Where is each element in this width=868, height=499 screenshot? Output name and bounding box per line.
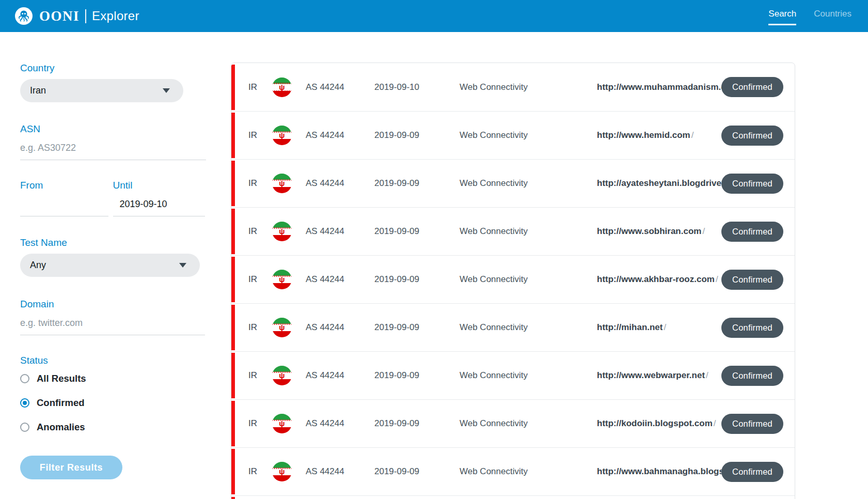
measured-url[interactable]: http://ayatesheytani.blogdrive.c... /: [597, 178, 721, 189]
test-name-value: Web Connectivity: [460, 82, 551, 92]
measured-url[interactable]: http://www.sobhiran.com /: [597, 226, 721, 237]
from-date-column: From: [20, 180, 108, 216]
measurement-row[interactable]: IR AS 44244 2019-09-09 Web Connectivity …: [231, 159, 795, 207]
status-radio-confirmed[interactable]: Confirmed: [20, 397, 205, 409]
url-trailing-slash: /: [664, 322, 666, 333]
test-name-value: Web Connectivity: [460, 226, 551, 237]
iran-flag-icon: [272, 77, 292, 97]
measured-url[interactable]: http://www.muhammadanism.com /: [597, 82, 721, 92]
chevron-down-icon: [163, 88, 170, 93]
nav-countries[interactable]: Countries: [814, 9, 851, 25]
iran-flag-icon: [272, 318, 292, 337]
url-text: http://www.muhammadanism.com: [597, 82, 739, 92]
iran-flag-icon: [272, 174, 292, 193]
brand-product: Explorer: [92, 10, 139, 22]
country-select[interactable]: Iran: [20, 79, 183, 102]
url-trailing-slash: /: [714, 418, 716, 429]
country-filter-section: Country Iran: [20, 63, 205, 102]
status-badge: Confirmed: [721, 77, 783, 97]
url-trailing-slash: /: [702, 226, 705, 237]
status-radio-all-results[interactable]: All Results: [20, 373, 205, 384]
url-trailing-slash: /: [706, 370, 708, 381]
status-filter-section: Status All Results Confirmed Anomalies: [20, 355, 205, 433]
asn-value: AS 44244: [306, 322, 355, 333]
filter-results-button[interactable]: Filter Results: [20, 456, 122, 479]
until-date-input[interactable]: [113, 196, 205, 216]
country-code: IR: [248, 82, 267, 92]
iran-flag-icon: [272, 126, 292, 145]
test-name-label: Test Name: [20, 237, 205, 248]
asn-value: AS 44244: [306, 130, 355, 141]
measurement-row[interactable]: IR AS 44244 2019-09-09 Web Connectivity …: [231, 351, 795, 399]
measurement-row[interactable]: IR AS 44244 2019-09-09 Web Connectivity …: [231, 447, 795, 495]
measurement-row[interactable]: IR AS 44244 2019-09-09 Web Connectivity …: [231, 399, 795, 447]
asn-label: ASN: [20, 123, 205, 135]
asn-value: AS 44244: [306, 274, 355, 285]
measurement-date: 2019-09-10: [374, 82, 429, 92]
domain-input[interactable]: [20, 315, 205, 335]
measurement-row[interactable]: IR AS 44244 2019-09-09 Web Connectivity …: [231, 111, 795, 159]
measured-url[interactable]: http://mihan.net /: [597, 322, 721, 333]
iran-flag-icon: [272, 222, 292, 241]
radio-selected-icon: [20, 398, 29, 408]
url-text: http://www.sobhiran.com: [597, 226, 701, 237]
status-badge: Confirmed: [721, 318, 783, 338]
test-name-value: Web Connectivity: [460, 418, 551, 429]
country-code: IR: [248, 130, 267, 141]
test-name-select-value: Any: [30, 260, 46, 271]
from-label: From: [20, 180, 108, 191]
measured-url[interactable]: http://www.bahmanagha.blogspot.c... /: [597, 466, 721, 477]
status-badge: Confirmed: [721, 174, 783, 194]
measurement-row[interactable]: IR AS 44244 2019-09-10 Web Connectivity …: [231, 63, 795, 111]
header-nav: Search Countries: [768, 9, 851, 25]
url-text: http://www.webwarper.net: [597, 370, 705, 381]
date-range-section: From Until: [20, 180, 205, 216]
test-name-section: Test Name Any: [20, 237, 205, 277]
measurement-date: 2019-09-09: [374, 418, 429, 429]
measured-url[interactable]: http://www.hemid.com /: [597, 130, 721, 141]
domain-filter-section: Domain: [20, 299, 205, 335]
domain-label: Domain: [20, 299, 205, 310]
from-date-input[interactable]: [20, 196, 108, 216]
status-option-label: Confirmed: [37, 397, 85, 409]
radio-icon: [20, 423, 29, 432]
test-name-value: Web Connectivity: [460, 130, 551, 141]
brand-divider: [85, 9, 86, 23]
measurement-row[interactable]: IR AS 44244 2019-09-09 Web Connectivity …: [231, 207, 795, 255]
measured-url[interactable]: http://www.webwarper.net /: [597, 370, 721, 381]
asn-filter-section: ASN: [20, 123, 205, 160]
status-badge: Confirmed: [721, 222, 783, 242]
url-trailing-slash: /: [691, 130, 694, 141]
measurement-date: 2019-09-09: [374, 466, 429, 477]
filter-sidebar: Country Iran ASN From Until: [20, 63, 205, 479]
measurement-date: 2019-09-09: [374, 178, 429, 189]
asn-value: AS 44244: [306, 418, 355, 429]
results-list: IR AS 44244 2019-09-10 Web Connectivity …: [231, 63, 795, 499]
asn-value: AS 44244: [306, 370, 355, 381]
status-radio-anomalies[interactable]: Anomalies: [20, 422, 205, 433]
nav-search[interactable]: Search: [768, 9, 796, 25]
country-code: IR: [248, 322, 267, 333]
url-text: http://kodoiin.blogspot.com: [597, 418, 713, 429]
url-trailing-slash: /: [716, 274, 718, 285]
radio-icon: [20, 374, 29, 383]
measured-url[interactable]: http://kodoiin.blogspot.com /: [597, 418, 721, 429]
status-option-label: Anomalies: [37, 422, 85, 433]
ooni-explorer-screen: OONI Explorer Search Countries Country I…: [0, 0, 868, 499]
chevron-down-icon: [179, 263, 186, 268]
measurement-date: 2019-09-09: [374, 130, 429, 141]
measurement-row[interactable]: IR AS 44244 2019-09-09 Web Connectivity …: [231, 303, 795, 351]
status-badge: Confirmed: [721, 126, 783, 146]
until-label: Until: [113, 180, 205, 191]
measurement-row[interactable]: IR AS 44244 2019-09-09 Web Connectivity …: [231, 255, 795, 303]
app-header: OONI Explorer Search Countries: [0, 0, 868, 32]
status-badge: Confirmed: [721, 366, 783, 386]
brand[interactable]: OONI Explorer: [14, 7, 139, 25]
iran-flag-icon: [272, 366, 292, 385]
test-name-select[interactable]: Any: [20, 254, 200, 277]
measurement-date: 2019-09-09: [374, 322, 429, 333]
measured-url[interactable]: http://www.akhbar-rooz.com /: [597, 274, 721, 285]
asn-input[interactable]: [20, 139, 206, 160]
country-code: IR: [248, 370, 267, 381]
asn-value: AS 44244: [306, 466, 355, 477]
